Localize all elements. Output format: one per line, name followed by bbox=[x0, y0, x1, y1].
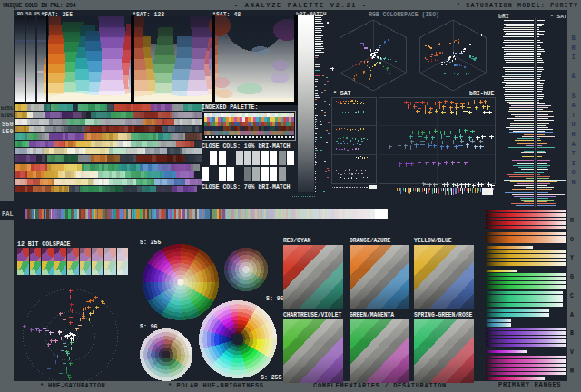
svg-text:A: A bbox=[570, 312, 574, 318]
svg-text:RED/CYAN: RED/CYAN bbox=[283, 238, 310, 244]
svg-text:I: I bbox=[572, 160, 576, 167]
svg-text:CLOSE COLS: 10% bRI-MATCH: CLOSE COLS: 10% bRI-MATCH bbox=[202, 143, 290, 150]
svg-text:S: 255: S: 255 bbox=[140, 240, 162, 246]
svg-text:S: S bbox=[572, 93, 576, 100]
svg-text:PAL: PAL bbox=[2, 211, 14, 218]
svg-text:M: M bbox=[570, 368, 574, 375]
svg-text:T: T bbox=[572, 150, 576, 157]
svg-text:12 BIT COLSPACE: 12 BIT COLSPACE bbox=[17, 241, 71, 248]
svg-text:N: N bbox=[572, 179, 576, 186]
svg-text:R: R bbox=[570, 218, 574, 224]
svg-text:* SAT: * SAT bbox=[550, 14, 567, 20]
svg-text:RGB-COLORSPACE (ISO): RGB-COLORSPACE (ISO) bbox=[369, 12, 439, 18]
svg-text:SPRING-GREEN/ROSE: SPRING-GREEN/ROSE bbox=[414, 312, 472, 318]
svg-text:S50: S50 bbox=[2, 121, 14, 128]
svg-text:L50: L50 bbox=[2, 128, 14, 135]
svg-text:PRIMARY RANGES: PRIMARY RANGES bbox=[498, 381, 561, 388]
svg-text:CHARTREUSE/VIOLET: CHARTREUSE/VIOLET bbox=[283, 312, 341, 318]
svg-text:GREEN/MAGENTA: GREEN/MAGENTA bbox=[350, 312, 394, 318]
svg-text:* POLAR HUE-BRIGHTNESS: * POLAR HUE-BRIGHTNESS bbox=[168, 382, 264, 389]
svg-text:O: O bbox=[570, 237, 574, 243]
svg-text:Y: Y bbox=[570, 255, 574, 261]
svg-text:V: V bbox=[570, 349, 574, 356]
svg-text:U: U bbox=[572, 121, 576, 128]
svg-text:CLOSE COLS: 70% bRI-MATCH: CLOSE COLS: 70% bRI-MATCH bbox=[202, 184, 290, 191]
svg-text:* SAT: * SAT bbox=[333, 91, 351, 97]
svg-text:bRI: bRI bbox=[498, 14, 509, 20]
svg-text:b10%: b10% bbox=[1, 113, 14, 119]
svg-text:COMPLEMENTARIES / DESATURATION: COMPLEMENTARIES / DESATURATION bbox=[313, 382, 447, 389]
svg-text:UNIQUE COLS IN PAL: 204: UNIQUE COLS IN PAL: 204 bbox=[3, 3, 76, 9]
svg-text:C: C bbox=[570, 293, 574, 299]
svg-text:ORANGE/AZURE: ORANGE/AZURE bbox=[350, 238, 391, 244]
svg-text:T: T bbox=[572, 112, 576, 119]
svg-text:YELLOW/BLUE: YELLOW/BLUE bbox=[414, 238, 452, 244]
svg-text:G: G bbox=[570, 274, 574, 280]
svg-text:* HUE-SATURATION: * HUE-SATURATION bbox=[40, 382, 105, 389]
svg-text:S: 96: S: 96 bbox=[140, 324, 158, 330]
svg-text:I: I bbox=[572, 54, 576, 61]
svg-text:S: 255: S: 255 bbox=[261, 375, 282, 381]
svg-text:b65%: b65% bbox=[1, 106, 14, 112]
svg-text:* SATURATION MODEL: PURITY: * SATURATION MODEL: PURITY bbox=[457, 3, 578, 9]
svg-text:INDEXED PALETTE:: INDEXED PALETTE: bbox=[202, 104, 258, 111]
svg-text:bRI-hUE: bRI-hUE bbox=[469, 91, 494, 97]
svg-text:S: 96: S: 96 bbox=[266, 296, 284, 302]
svg-text:B: B bbox=[570, 330, 574, 337]
svg-text:- ANALYZE PALETTE V2.21 -: - ANALYZE PALETTE V2.21 - bbox=[234, 2, 368, 9]
svg-text:O: O bbox=[572, 169, 576, 176]
